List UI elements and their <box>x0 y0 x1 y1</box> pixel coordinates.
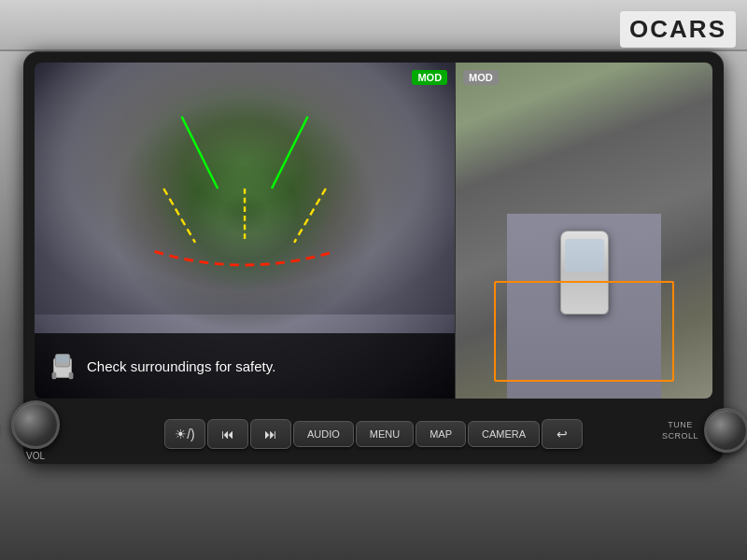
camera-button[interactable]: CAMERA <box>468 421 540 447</box>
map-button[interactable]: MAP <box>416 421 466 447</box>
detection-box <box>494 281 673 382</box>
screen: MOD Check surroundings for safety. <box>35 63 712 399</box>
svg-rect-8 <box>52 372 57 380</box>
camera-right: MOD <box>455 63 712 399</box>
camera-left: MOD Check surroundings for safety. <box>35 63 455 399</box>
vol-knob[interactable] <box>11 400 60 449</box>
svg-line-2 <box>163 189 195 243</box>
audio-button[interactable]: AUDIO <box>293 421 354 447</box>
back-button[interactable]: ↩ <box>542 419 583 449</box>
car-interior: OCARS <box>0 0 747 560</box>
camera-info-bar: Check surroundings for safety. <box>35 333 455 399</box>
tune-scroll-label: TUNE <box>668 420 693 429</box>
infotainment-unit: MOD Check surroundings for safety. <box>23 51 724 464</box>
ocars-watermark: OCARS <box>620 11 736 48</box>
mod-badge-right: MOD <box>463 70 499 85</box>
tune-scroll-label2: SCROLL <box>662 431 698 441</box>
menu-button[interactable]: MENU <box>356 421 414 447</box>
next-button[interactable]: ⏭ <box>250 419 291 449</box>
vol-label: VOL <box>26 451 45 461</box>
brightness-button[interactable]: ☀/) <box>164 419 205 449</box>
svg-line-0 <box>182 117 218 189</box>
svg-line-1 <box>272 117 308 189</box>
vol-knob-group: VOL <box>11 400 60 461</box>
prev-button[interactable]: ⏮ <box>207 419 248 449</box>
svg-line-3 <box>294 189 326 243</box>
mod-badge-left: MOD <box>412 70 447 85</box>
car-icon <box>49 347 76 385</box>
tune-knob[interactable] <box>704 408 747 453</box>
power-button[interactable]: ⏻ <box>0 416 2 444</box>
svg-rect-7 <box>56 356 68 363</box>
safety-message: Check surroundings for safety. <box>87 358 275 374</box>
bottom-interior <box>0 464 747 560</box>
svg-rect-9 <box>69 372 74 380</box>
button-bar: ☀/) ⏮ ⏭ AUDIO MENU MAP CAMERA ↩ <box>161 415 586 453</box>
